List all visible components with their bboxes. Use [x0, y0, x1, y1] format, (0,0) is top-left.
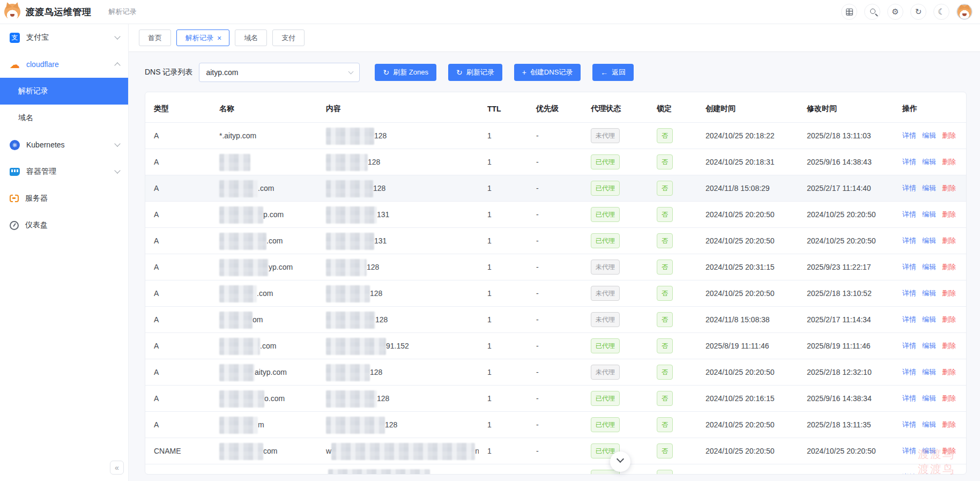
sidebar-item-2[interactable]: ☁cloudflare	[0, 51, 128, 78]
detail-link[interactable]: 详情	[902, 289, 916, 297]
sidebar-item-3[interactable]: ⎈Kubernetes	[0, 131, 128, 158]
detail-link[interactable]: 详情	[902, 473, 916, 475]
edit-link[interactable]: 编辑	[922, 394, 936, 402]
proxy-status-badge: 已代理	[591, 154, 620, 169]
settings-button[interactable]: ⚙	[887, 4, 903, 20]
cell-proxy-status: 未代理	[582, 359, 648, 386]
button-返回[interactable]: ←返回	[592, 64, 634, 81]
edit-link[interactable]: 编辑	[922, 447, 936, 455]
cell-proxy-status: 已代理	[582, 228, 648, 254]
edit-link[interactable]: 编辑	[922, 420, 936, 428]
redacted-blur	[326, 312, 375, 329]
cell-priority: -	[528, 149, 582, 175]
tab-首页[interactable]: 首页	[139, 29, 171, 46]
cell-type: A	[145, 307, 211, 333]
delete-link[interactable]: 删除	[942, 368, 956, 376]
cell-modified: 2025/2/18 12:32:10	[798, 359, 894, 386]
button-刷新记录[interactable]: ↻刷新记录	[448, 64, 502, 81]
sidebar-collapse-button[interactable]: «	[110, 461, 124, 475]
delete-link[interactable]: 删除	[942, 289, 956, 297]
delete-link[interactable]: 删除	[942, 236, 956, 245]
edit-link[interactable]: 编辑	[922, 342, 936, 350]
detail-link[interactable]: 详情	[902, 447, 916, 455]
tab-label: 支付	[281, 33, 295, 43]
edit-link[interactable]: 编辑	[922, 473, 936, 475]
cell-name: *.aityp.com	[211, 123, 317, 149]
zone-select[interactable]: aityp.com	[199, 63, 360, 82]
cell-text: n	[475, 447, 479, 455]
cell-created: 2024/10/25 20:20:50	[697, 412, 798, 438]
dns-records-table: 类型名称内容TTL优先级代理状态锁定创建时间修改时间操作 A*.aityp.co…	[145, 92, 967, 475]
cell-lock: 否	[648, 280, 697, 307]
edit-link[interactable]: 编辑	[922, 289, 936, 297]
edit-link[interactable]: 编辑	[922, 236, 936, 245]
sidebar-item-1[interactable]: 支支付宝	[0, 24, 128, 51]
delete-link[interactable]: 删除	[942, 420, 956, 428]
proxy-status-badge: 已代理	[591, 233, 620, 248]
lock-badge: 否	[657, 233, 673, 248]
button-刷新 Zones[interactable]: ↻刷新 Zones	[375, 64, 436, 81]
table-row: A.com91.1521-已代理否2025/8/19 11:11:462025/…	[145, 333, 967, 359]
button-创建DNS记录[interactable]: +创建DNS记录	[514, 64, 581, 81]
scroll-down-button[interactable]	[610, 452, 630, 472]
detail-link[interactable]: 详情	[902, 263, 916, 271]
cell-type: A	[145, 123, 211, 149]
detail-link[interactable]: 详情	[902, 236, 916, 245]
detail-link[interactable]: 详情	[902, 394, 916, 402]
edit-link[interactable]: 编辑	[922, 368, 936, 376]
sidebar-subitem[interactable]: 解析记录	[0, 78, 128, 105]
cell-modified: 2024/10/25 20:20:50	[798, 202, 894, 228]
lock-badge: 否	[657, 443, 673, 458]
detail-link[interactable]: 详情	[902, 210, 916, 218]
sidebar-item-6[interactable]: 仪表盘	[0, 212, 128, 239]
kubernetes-icon: ⎈	[10, 140, 20, 150]
cell-ttl: 1	[479, 280, 528, 307]
detail-link[interactable]: 详情	[902, 368, 916, 376]
cell-name: .com	[211, 333, 317, 359]
delete-link[interactable]: 删除	[942, 263, 956, 271]
detail-link[interactable]: 详情	[902, 315, 916, 323]
zone-select-value: aityp.com	[206, 68, 238, 77]
delete-link[interactable]: 删除	[942, 158, 956, 166]
delete-link[interactable]: 删除	[942, 210, 956, 218]
detail-link[interactable]: 详情	[902, 184, 916, 192]
cell-name: om	[211, 307, 317, 333]
edit-link[interactable]: 编辑	[922, 210, 936, 218]
tab-域名[interactable]: 域名	[235, 29, 267, 46]
sidebar-item-4[interactable]: 容器管理	[0, 158, 128, 185]
column-header: 内容	[317, 92, 479, 123]
edit-link[interactable]: 编辑	[922, 315, 936, 323]
sidebar-item-5[interactable]: 服务器	[0, 185, 128, 212]
edit-link[interactable]: 编辑	[922, 263, 936, 271]
docker-icon	[10, 168, 20, 176]
search-button[interactable]	[864, 4, 880, 20]
detail-link[interactable]: 详情	[902, 158, 916, 166]
detail-link[interactable]: 详情	[902, 131, 916, 139]
delete-link[interactable]: 删除	[942, 342, 956, 350]
dark-mode-button[interactable]: ☾	[933, 4, 949, 20]
edit-link[interactable]: 编辑	[922, 131, 936, 139]
edit-link[interactable]: 编辑	[922, 184, 936, 192]
delete-link[interactable]: 删除	[942, 473, 956, 475]
delete-link[interactable]: 删除	[942, 184, 956, 192]
tab-支付[interactable]: 支付	[272, 29, 305, 46]
delete-link[interactable]: 删除	[942, 131, 956, 139]
delete-link[interactable]: 删除	[942, 394, 956, 402]
cell-priority: -	[528, 280, 582, 307]
delete-link[interactable]: 删除	[942, 447, 956, 455]
tab-解析记录[interactable]: 解析记录×	[176, 29, 229, 46]
cell-content: wn	[317, 438, 479, 464]
edit-link[interactable]: 编辑	[922, 158, 936, 166]
content-area: DNS 记录列表 aityp.com ↻刷新 Zones↻刷新记录+创建DNS记…	[129, 52, 980, 481]
cell-lock: 否	[648, 254, 697, 280]
detail-link[interactable]: 详情	[902, 420, 916, 428]
chevron-down-icon	[348, 69, 354, 74]
grid-button[interactable]	[841, 4, 857, 20]
delete-link[interactable]: 删除	[942, 315, 956, 323]
refresh-button[interactable]: ↻	[910, 4, 926, 20]
sidebar-subitem[interactable]: 域名	[0, 105, 128, 131]
user-avatar[interactable]	[956, 4, 972, 20]
close-icon[interactable]: ×	[217, 34, 221, 42]
dns-records-table-card: 类型名称内容TTL优先级代理状态锁定创建时间修改时间操作 A*.aityp.co…	[145, 92, 967, 475]
detail-link[interactable]: 详情	[902, 342, 916, 350]
